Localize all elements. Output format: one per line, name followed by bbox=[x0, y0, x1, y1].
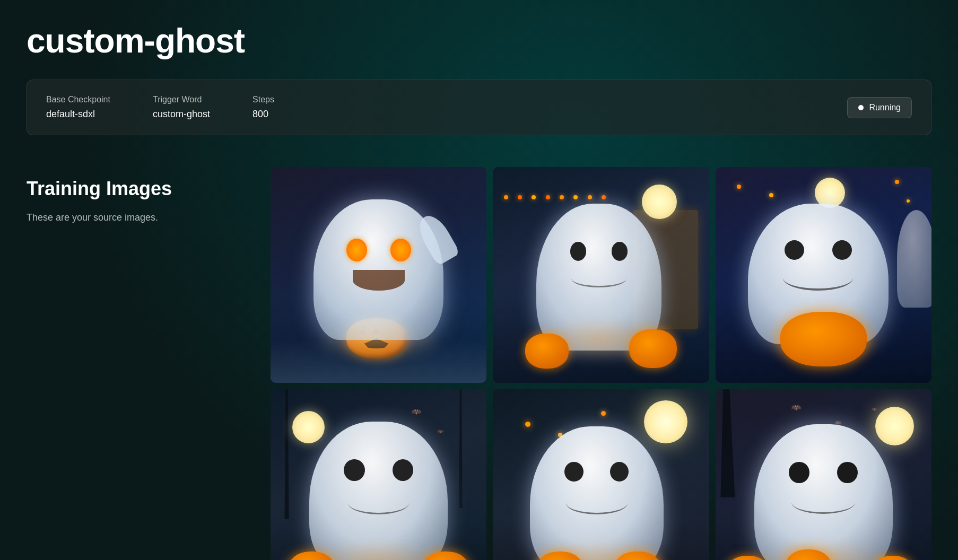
status-label: Running bbox=[869, 103, 901, 112]
training-image-1[interactable] bbox=[271, 167, 486, 383]
training-image-3[interactable] bbox=[716, 167, 931, 383]
training-image-6[interactable]: 🦇 🦇 🦇 bbox=[716, 389, 931, 560]
base-checkpoint-field: Base Checkpoint default-sdxl bbox=[46, 95, 110, 120]
status-badge: Running bbox=[847, 97, 912, 118]
training-section: Training Images These are your source im… bbox=[27, 167, 931, 560]
trigger-word-value: custom-ghost bbox=[153, 109, 210, 120]
page-title: custom-ghost bbox=[27, 21, 931, 60]
trigger-word-field: Trigger Word custom-ghost bbox=[153, 95, 210, 120]
trigger-word-label: Trigger Word bbox=[153, 95, 210, 104]
training-image-5[interactable] bbox=[493, 389, 709, 560]
status-dot-icon bbox=[858, 105, 864, 110]
training-images-title: Training Images bbox=[27, 178, 239, 200]
training-images-grid: 🦇 🦇 bbox=[271, 167, 931, 560]
training-image-4[interactable]: 🦇 🦇 bbox=[271, 389, 486, 560]
info-card: Base Checkpoint default-sdxl Trigger Wor… bbox=[27, 80, 931, 135]
base-checkpoint-value: default-sdxl bbox=[46, 109, 110, 120]
training-description: These are your source images. bbox=[27, 211, 239, 225]
steps-label: Steps bbox=[252, 95, 274, 104]
training-image-2[interactable] bbox=[493, 167, 709, 383]
info-fields: Base Checkpoint default-sdxl Trigger Wor… bbox=[46, 95, 274, 120]
base-checkpoint-label: Base Checkpoint bbox=[46, 95, 110, 104]
steps-value: 800 bbox=[252, 109, 274, 120]
training-text: Training Images These are your source im… bbox=[27, 167, 239, 225]
steps-field: Steps 800 bbox=[252, 95, 274, 120]
